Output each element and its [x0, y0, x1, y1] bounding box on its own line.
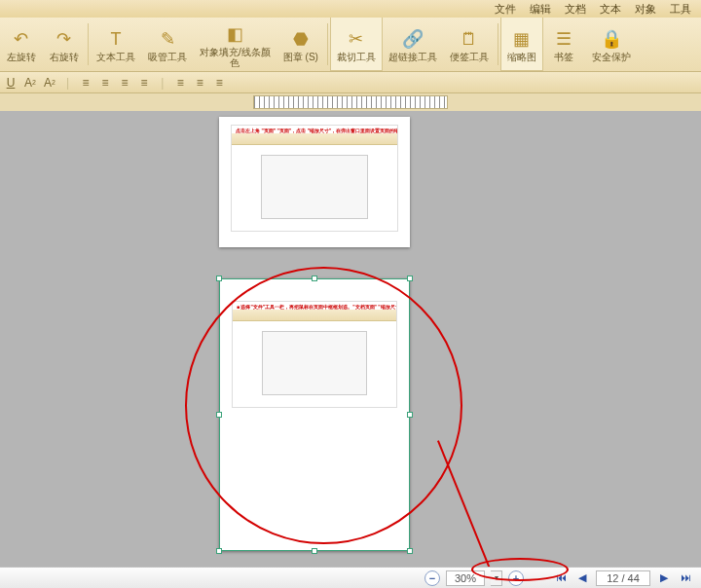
security-label: 安全保护 [592, 52, 631, 62]
separator [498, 23, 498, 65]
stamp-button[interactable]: ⬣ 图章 (S) [277, 18, 325, 71]
fill-stroke-button[interactable]: ◧ 对象填充/线条颜 色 [194, 18, 277, 71]
format-bar: U A2 A2 | ≡ ≡ ≡ ≡ | ≡ ≡ ≡ [0, 72, 701, 93]
prev-page-button[interactable]: ◀ [574, 571, 590, 585]
resize-handle[interactable] [407, 548, 413, 554]
annotation-arrow-line [437, 440, 531, 567]
superscript-button[interactable]: A2 [23, 76, 37, 90]
rotate-right-button[interactable]: ↷ 右旋转 [43, 18, 86, 71]
label: A [24, 76, 32, 90]
fill-stroke-label: 对象填充/线条颜 色 [200, 47, 271, 68]
security-icon: 🔒 [601, 28, 622, 50]
security-button[interactable]: 🔒 安全保护 [586, 18, 638, 71]
note-button[interactable]: 🗒 便签工具 [444, 18, 496, 71]
note-icon: 🗒 [459, 28, 480, 50]
subscript-button[interactable]: A2 [43, 76, 56, 90]
rotate-left-label: 左旋转 [7, 52, 36, 62]
document-canvas[interactable]: 点击左上角 "页面" "页面"，点击 "缩放尺寸"，在弹出窗口里面设置页面的缩放… [0, 111, 701, 567]
separator [327, 23, 328, 65]
text-tool-label: 文本工具 [96, 52, 135, 62]
stamp-label: 图章 (S) [283, 52, 318, 62]
resize-handle[interactable] [216, 276, 222, 281]
ribbon-toolbar: ↶ 左旋转 ↷ 右旋转 T 文本工具 ✎ 吸管工具 ◧ 对象填充/线条颜 色 ⬣… [0, 18, 701, 72]
next-page-button[interactable]: ▶ [656, 571, 672, 585]
horizontal-ruler[interactable] [253, 95, 448, 109]
separator [88, 23, 89, 65]
stamp-icon: ⬣ [290, 28, 312, 50]
valign-middle-button[interactable]: ≡ [193, 76, 206, 90]
thumbnails-icon: ▦ [511, 28, 533, 50]
rotate-left-icon: ↶ [11, 28, 32, 50]
crop-label: 裁切工具 [337, 52, 376, 62]
fill-stroke-icon: ◧ [224, 23, 245, 45]
resize-handle[interactable] [216, 548, 222, 554]
total-pages: 44 [628, 572, 640, 584]
underline-button[interactable]: U [4, 76, 18, 90]
page-preview-1[interactable]: 点击左上角 "页面" "页面"，点击 "缩放尺寸"，在弹出窗口里面设置页面的缩放… [219, 117, 410, 247]
align-justify-button[interactable]: ≡ [137, 76, 151, 90]
eyedropper-button[interactable]: ✎ 吸管工具 [142, 18, 194, 71]
thumbnails-button[interactable]: ▦ 缩略图 [500, 18, 543, 71]
hyperlink-label: 超链接工具 [388, 52, 437, 62]
crop-button[interactable]: ✂ 裁切工具 [330, 18, 383, 71]
embedded-screenshot: ■ 选择"文件"工具一栏，再把鼠标在页面中框框划选。"文档页面" "缩放尺寸"，… [232, 301, 397, 408]
page-separator: / [621, 572, 624, 584]
menu-doc[interactable]: 文档 [565, 2, 586, 17]
resize-handle[interactable] [407, 276, 413, 281]
hyperlink-button[interactable]: 🔗 超链接工具 [383, 18, 444, 71]
zoom-value[interactable]: 30% [446, 570, 485, 586]
last-page-button[interactable]: ⏭ [678, 571, 693, 585]
menu-tools[interactable]: 工具 [670, 2, 691, 17]
resize-handle[interactable] [407, 412, 413, 418]
bookmarks-label: 书签 [554, 52, 573, 62]
first-page-button[interactable]: ⏮ [553, 571, 569, 585]
align-center-button[interactable]: ≡ [98, 76, 112, 90]
valign-bottom-button[interactable]: ≡ [212, 76, 226, 90]
label: A [44, 76, 52, 90]
embedded-screenshot: 点击左上角 "页面" "页面"，点击 "缩放尺寸"，在弹出窗口里面设置页面的缩放… [231, 125, 398, 232]
current-page: 12 [607, 572, 618, 584]
align-left-button[interactable]: ≡ [79, 76, 92, 90]
menu-bar: 文件 编辑 文档 文本 对象 工具 [0, 0, 701, 18]
text-tool-icon: T [105, 28, 127, 50]
hyperlink-icon: 🔗 [402, 28, 424, 50]
rotate-right-icon: ↷ [54, 28, 75, 50]
resize-handle[interactable] [216, 412, 222, 418]
bookmarks-button[interactable]: ☰ 书签 [543, 18, 586, 71]
eyedropper-label: 吸管工具 [148, 52, 187, 62]
rotate-left-button[interactable]: ↶ 左旋转 [0, 18, 43, 71]
align-right-button[interactable]: ≡ [118, 76, 131, 90]
menu-edit[interactable]: 编辑 [530, 2, 551, 17]
page-preview-2-selected[interactable]: ■ 选择"文件"工具一栏，再把鼠标在页面中框框划选。"文档页面" "缩放尺寸"，… [219, 278, 410, 551]
valign-top-button[interactable]: ≡ [173, 76, 187, 90]
note-label: 便签工具 [450, 52, 489, 62]
text-tool-button[interactable]: T 文本工具 [91, 18, 142, 71]
ruler-area [0, 93, 701, 111]
resize-handle[interactable] [312, 276, 317, 281]
thumbnails-label: 缩略图 [507, 52, 536, 62]
zoom-out-button[interactable]: − [424, 570, 440, 586]
menu-object[interactable]: 对象 [635, 2, 656, 17]
eyedropper-icon: ✎ [157, 28, 178, 50]
rotate-right-label: 右旋转 [50, 52, 79, 62]
page-indicator[interactable]: 12 / 44 [596, 570, 650, 586]
sub: 2 [52, 79, 55, 86]
sup: 2 [32, 79, 36, 86]
bookmarks-icon: ☰ [553, 28, 574, 50]
crop-icon: ✂ [346, 28, 367, 50]
zoom-dropdown[interactable]: ▾ [491, 570, 502, 586]
menu-text[interactable]: 文本 [600, 2, 621, 17]
status-bar: − 30% ▾ + ⏮ ◀ 12 / 44 ▶ ⏭ [0, 567, 701, 588]
resize-handle[interactable] [312, 548, 317, 554]
zoom-in-button[interactable]: + [508, 570, 524, 586]
menu-file[interactable]: 文件 [495, 2, 516, 17]
